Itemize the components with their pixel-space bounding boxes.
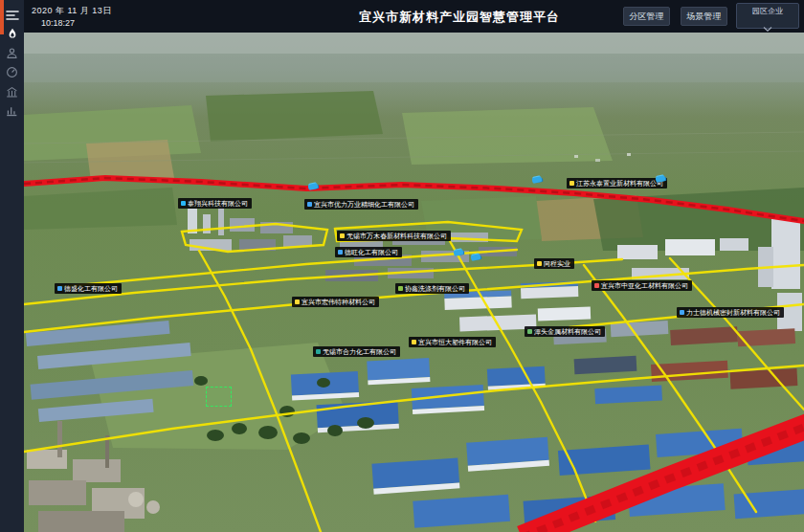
scene-management-button[interactable]: 场景管理 bbox=[681, 7, 727, 26]
flame-icon[interactable] bbox=[0, 25, 24, 42]
gauge-icon[interactable] bbox=[0, 63, 24, 80]
company-marker-icon bbox=[316, 349, 321, 354]
company-label[interactable]: 无锡市万木春新材料科技有限公司 bbox=[337, 231, 451, 241]
page-title: 宜兴市新材料产业园智慧管理平台 bbox=[349, 9, 570, 26]
company-label[interactable]: 协鑫洗涤剂有限公司 bbox=[395, 283, 469, 294]
company-label-text: 宜兴市宏伟特种材料公司 bbox=[302, 299, 375, 305]
company-label[interactable]: 宜兴市恒大塑件有限公司 bbox=[409, 337, 496, 347]
header-bar: 2020 年 11 月 13日 10:18:27 宜兴市新材料产业园智慧管理平台… bbox=[24, 0, 804, 33]
company-label-text: 宜兴市恒大塑件有限公司 bbox=[418, 339, 492, 345]
company-marker-icon bbox=[412, 340, 416, 344]
company-label[interactable]: 宜兴市宏伟特种材料公司 bbox=[292, 297, 379, 307]
company-label-text: 无锡市合力化工有限公司 bbox=[323, 348, 396, 355]
company-marker-icon bbox=[338, 250, 343, 255]
company-label-text: 泰翔兴科技有限公司 bbox=[188, 200, 248, 207]
company-label[interactable]: 德旺化工有限公司 bbox=[335, 247, 402, 257]
company-marker-icon bbox=[570, 181, 574, 186]
company-label-text: 宜兴市中亚化工材料有限公司 bbox=[601, 282, 688, 289]
company-marker-icon bbox=[57, 286, 62, 291]
park-enterprise-dropdown[interactable]: 园区企业 bbox=[736, 3, 799, 29]
company-label[interactable]: 宜兴市中亚化工材料有限公司 bbox=[592, 280, 692, 291]
chevron-down-icon bbox=[763, 19, 772, 34]
company-label-text: 德盛化工有限公司 bbox=[64, 285, 118, 292]
person-icon[interactable] bbox=[0, 44, 24, 61]
zone-management-button[interactable]: 分区管理 bbox=[623, 7, 670, 26]
company-marker-icon bbox=[537, 261, 542, 266]
company-marker-icon bbox=[594, 283, 599, 288]
company-label-text: 力士德机械密封新材料有限公司 bbox=[686, 309, 780, 316]
company-label[interactable]: 无锡市合力化工有限公司 bbox=[313, 346, 400, 357]
company-label-text: 同程实业 bbox=[544, 260, 570, 267]
sidebar bbox=[0, 0, 24, 532]
company-label[interactable]: 江苏永泰置业新材料有限公司 bbox=[567, 178, 667, 188]
company-label-text: 无锡市万木春新材料科技有限公司 bbox=[346, 233, 447, 239]
date-display: 2020 年 11 月 13日 bbox=[32, 5, 112, 17]
company-marker-icon bbox=[307, 202, 312, 207]
company-label[interactable]: 力士德机械密封新材料有限公司 bbox=[677, 307, 784, 318]
app-window: 2020 年 11 月 13日 10:18:27 宜兴市新材料产业园智慧管理平台… bbox=[0, 0, 804, 532]
company-marker-icon bbox=[340, 233, 345, 238]
company-marker-icon bbox=[181, 201, 186, 206]
company-label[interactable]: 宜兴市优力万业精细化工有限公司 bbox=[304, 199, 418, 210]
time-display: 10:18:27 bbox=[41, 18, 75, 28]
company-label[interactable]: 潭头金属材料有限公司 bbox=[525, 326, 605, 337]
company-label-text: 江苏永泰置业新材料有限公司 bbox=[576, 180, 663, 187]
company-label-text: 协鑫洗涤剂有限公司 bbox=[405, 285, 465, 292]
company-label[interactable]: 德盛化工有限公司 bbox=[55, 283, 122, 294]
company-marker-icon bbox=[398, 286, 403, 291]
building-icon[interactable] bbox=[0, 83, 24, 100]
bar-chart-icon[interactable] bbox=[0, 101, 24, 119]
company-label-text: 德旺化工有限公司 bbox=[345, 249, 398, 255]
company-marker-icon bbox=[527, 329, 532, 334]
company-label[interactable]: 泰翔兴科技有限公司 bbox=[178, 198, 252, 209]
company-label[interactable]: 同程实业 bbox=[534, 258, 574, 269]
company-label-text: 潭头金属材料有限公司 bbox=[534, 328, 601, 335]
company-label-text: 宜兴市优力万业精细化工有限公司 bbox=[314, 201, 414, 208]
company-marker-icon bbox=[295, 299, 300, 304]
menu-icon[interactable] bbox=[0, 7, 24, 24]
park-enterprise-label: 园区企业 bbox=[752, 6, 783, 16]
company-marker-icon bbox=[680, 310, 684, 315]
map-selection-box[interactable] bbox=[206, 387, 232, 407]
